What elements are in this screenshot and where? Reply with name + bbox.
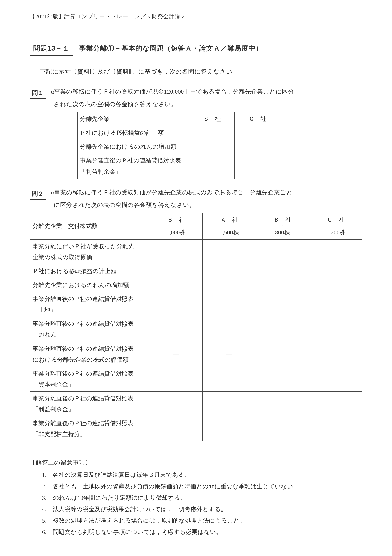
t2-r4-label: 事業分離直後のＰ社の連結貸借対照表「のれん」 bbox=[30, 317, 149, 342]
t1-r1-c1 bbox=[189, 126, 235, 140]
t2-r0-c1 bbox=[202, 239, 256, 264]
t2-r2-c3 bbox=[309, 278, 362, 292]
t2-r7-label: 事業分離直後のＰ社の連結貸借対照表「利益剰余金」 bbox=[30, 392, 149, 416]
note-item-2: 2.各社とも，土地以外の資産及び負債の帳簿価額と時価との間に重要な乖離は生じてい… bbox=[39, 481, 362, 492]
t1-r3-c2 bbox=[235, 154, 280, 179]
q1-num-box: 問１ bbox=[30, 87, 46, 99]
q1-line1: α事業の移転に伴うＰ社の受取対価が現金120,000千円である場合，分離先企業ご… bbox=[51, 86, 362, 97]
q2-line1: α事業の移転に伴うＰ社の受取対価が分離先企業の株式のみである場合，分離先企業ごと bbox=[51, 187, 362, 198]
t2-r1-label: Ｐ社における移転損益の計上額 bbox=[30, 264, 149, 278]
t2-r2-c2 bbox=[256, 278, 309, 292]
t2-col-0: Ｓ 社・1,000株 bbox=[149, 213, 202, 239]
t2-col-3: Ｃ 社・1,200株 bbox=[309, 213, 362, 239]
t2-r5-label: 事業分離直後のＰ社の連結貸借対照表における分離先企業の株式の評価額 bbox=[30, 342, 149, 367]
t2-r3-c2 bbox=[256, 292, 309, 317]
t2-col-2: Ｂ 社・800株 bbox=[256, 213, 309, 239]
t2-r1-c1 bbox=[202, 264, 256, 278]
t2-r0-label: 事業分離に伴いＰ社が受取った分離先企業の株式の取得原価 bbox=[30, 239, 149, 264]
t1-r2-c1 bbox=[189, 140, 235, 154]
t2-r1-c3 bbox=[309, 264, 362, 278]
t1-h2: Ｃ 社 bbox=[235, 112, 280, 126]
t2-r8-label: 事業分離直後のＰ社の連結貸借対照表「非支配株主持分」 bbox=[30, 417, 149, 441]
t1-r3b: 「利益剰余金」 bbox=[80, 168, 121, 175]
t2-r4-c3 bbox=[309, 317, 362, 342]
t1-r3-label: 事業分離直後のＰ社の連結貸借対照表 「利益剰余金」 bbox=[78, 154, 189, 179]
t2-h0: 分離先企業・交付株式数 bbox=[30, 213, 149, 239]
t2-r1-c2 bbox=[256, 264, 309, 278]
t2-r8-c3 bbox=[309, 417, 362, 441]
t1-r2-label: 分離先企業におけるのれんの増加額 bbox=[78, 140, 189, 154]
t2-r0-c0 bbox=[149, 239, 202, 264]
t2-r2-c0 bbox=[149, 278, 202, 292]
question-1: 問１ α事業の移転に伴うＰ社の受取対価が現金120,000千円である場合，分離先… bbox=[30, 86, 362, 179]
t2-r2-label: 分離先企業におけるのれんの増加額 bbox=[30, 278, 149, 292]
intro-post: 〕に基づき，次の各問に答えなさい。 bbox=[132, 68, 239, 75]
t2-r8-c2 bbox=[256, 417, 309, 441]
t2-r4-c2 bbox=[256, 317, 309, 342]
t2-r4-c0 bbox=[149, 317, 202, 342]
t1-r2-c2 bbox=[235, 140, 280, 154]
t2-r5-c0: ― bbox=[149, 342, 202, 367]
table-1: 分離先企業 Ｓ 社 Ｃ 社 Ｐ社における移転損益の計上額 分離先企業におけるのれ… bbox=[77, 112, 280, 179]
notes-title: 【解答上の留意事項】 bbox=[30, 457, 362, 468]
t2-r5-c2 bbox=[256, 342, 309, 367]
intro-bold-2: 資料Ⅱ bbox=[117, 68, 132, 75]
q2-num-box: 問２ bbox=[30, 188, 46, 200]
t1-h0: 分離先企業 bbox=[78, 112, 189, 126]
t1-r1-c2 bbox=[235, 126, 280, 140]
t2-r7-c2 bbox=[256, 392, 309, 416]
t2-r8-c0 bbox=[149, 417, 202, 441]
t2-r5-c1: ― bbox=[202, 342, 256, 367]
question-2: 問２ α事業の移転に伴うＰ社の受取対価が分離先企業の株式のみである場合，分離先企… bbox=[30, 187, 362, 441]
t2-r3-c3 bbox=[309, 292, 362, 317]
page-header: 【2021年版】計算コンプリートトレーニング＜財務会計論＞ bbox=[30, 11, 362, 21]
problem-number-box: 問題13－１ bbox=[30, 41, 73, 55]
q1-line2: された次の表の空欄の各金額を答えなさい。 bbox=[54, 99, 362, 110]
t2-r0-c3 bbox=[309, 239, 362, 264]
t2-r3-c0 bbox=[149, 292, 202, 317]
intro-bold-1: 資料Ⅰ bbox=[77, 68, 92, 75]
t2-r6-c0 bbox=[149, 367, 202, 392]
t1-r3-c1 bbox=[189, 154, 235, 179]
table-2: 分離先企業・交付株式数 Ｓ 社・1,000株Ａ 社・1,500株Ｂ 社・800株… bbox=[30, 213, 362, 441]
note-item-3: 3.のれんは10年間にわたり定額法により償却する。 bbox=[39, 493, 362, 503]
t1-r3a: 事業分離直後のＰ社の連結貸借対照表 bbox=[80, 157, 181, 164]
t2-r2-c1 bbox=[202, 278, 256, 292]
t2-r7-c0 bbox=[149, 392, 202, 416]
notes-block: 【解答上の留意事項】 1.各社の決算日及び連結決算日は毎年３月末である。2.各社… bbox=[30, 457, 362, 538]
t2-col-1: Ａ 社・1,500株 bbox=[202, 213, 256, 239]
title-text: 事業分離①－基本的な問題（短答Ａ・論文Ａ／難易度中） bbox=[79, 42, 263, 55]
t2-r4-c1 bbox=[202, 317, 256, 342]
q2-line2: に区分された次の表の空欄の各金額を答えなさい。 bbox=[54, 200, 362, 210]
note-item-1: 1.各社の決算日及び連結決算日は毎年３月末である。 bbox=[39, 470, 362, 480]
t2-r7-c1 bbox=[202, 392, 256, 416]
note-item-4: 4.法人税等の税金及び税効果会計については，一切考慮外とする。 bbox=[39, 504, 362, 515]
t2-r6-c2 bbox=[256, 367, 309, 392]
t2-r6-label: 事業分離直後のＰ社の連結貸借対照表「資本剰余金」 bbox=[30, 367, 149, 392]
title-row: 問題13－１ 事業分離①－基本的な問題（短答Ａ・論文Ａ／難易度中） bbox=[30, 41, 362, 55]
t2-r3-label: 事業分離直後のＰ社の連結貸借対照表「土地」 bbox=[30, 292, 149, 317]
intro-mid: 〕及び〔 bbox=[92, 68, 117, 75]
t2-r1-c0 bbox=[149, 264, 202, 278]
intro-pre: 下記に示す〔 bbox=[40, 68, 77, 75]
note-item-6: 6.問題文から判明しない事項については，考慮する必要はない。 bbox=[39, 527, 362, 538]
t2-r8-c1 bbox=[202, 417, 256, 441]
notes-list: 1.各社の決算日及び連結決算日は毎年３月末である。2.各社とも，土地以外の資産及… bbox=[39, 470, 362, 538]
note-item-5: 5.複数の処理方法が考えられる場合には，原則的な処理方法によること。 bbox=[39, 515, 362, 526]
t2-r6-c3 bbox=[309, 367, 362, 392]
t1-r1-label: Ｐ社における移転損益の計上額 bbox=[78, 126, 189, 140]
t2-r0-c2 bbox=[256, 239, 309, 264]
t2-r6-c1 bbox=[202, 367, 256, 392]
t1-h1: Ｓ 社 bbox=[189, 112, 235, 126]
t2-r3-c1 bbox=[202, 292, 256, 317]
t2-r7-c3 bbox=[309, 392, 362, 416]
intro-text: 下記に示す〔資料Ⅰ〕及び〔資料Ⅱ〕に基づき，次の各問に答えなさい。 bbox=[40, 66, 362, 77]
t2-r5-c3 bbox=[309, 342, 362, 367]
